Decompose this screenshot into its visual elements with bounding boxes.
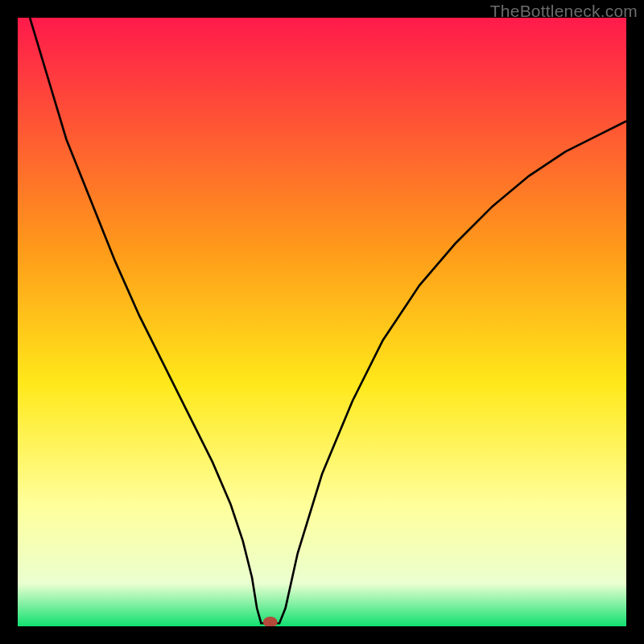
gradient-background [18,18,626,626]
chart-plot [18,18,626,626]
chart-frame: TheBottleneck.com [0,0,644,644]
